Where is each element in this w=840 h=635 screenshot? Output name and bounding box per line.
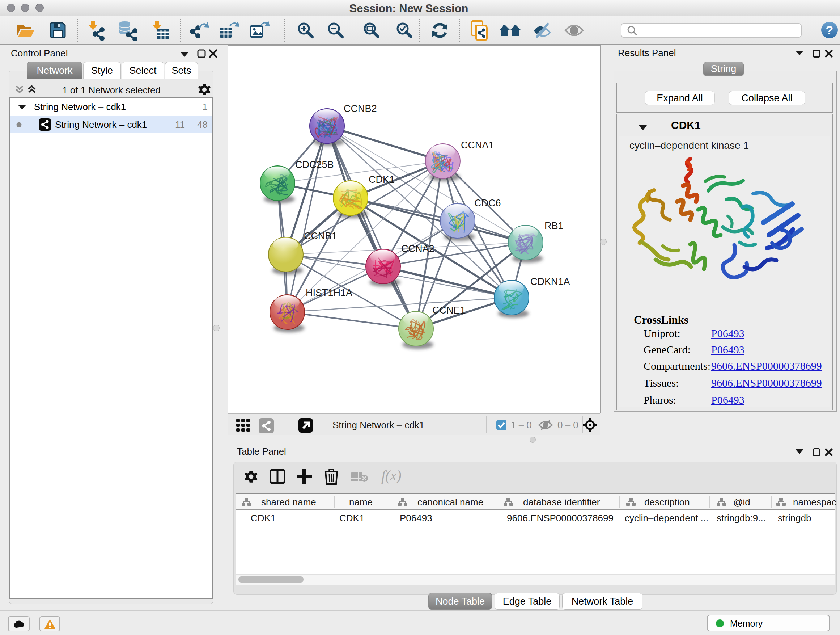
svg-text:CDK1: CDK1 (369, 174, 395, 185)
svg-text:CDC6: CDC6 (474, 198, 501, 209)
svg-text:CCNB2: CCNB2 (344, 103, 377, 114)
svg-text:CCNB1: CCNB1 (304, 231, 337, 241)
svg-text:RB1: RB1 (545, 220, 564, 231)
svg-text:CDKN1A: CDKN1A (531, 276, 570, 287)
svg-text:CCNA1: CCNA1 (461, 140, 494, 150)
svg-text:CDC25B: CDC25B (295, 159, 334, 170)
svg-text:?: ? (826, 23, 834, 37)
svg-text:CCNA2: CCNA2 (401, 243, 434, 254)
svg-text:CCNE1: CCNE1 (432, 305, 466, 316)
svg-text:HIST1H1A: HIST1H1A (306, 287, 352, 298)
